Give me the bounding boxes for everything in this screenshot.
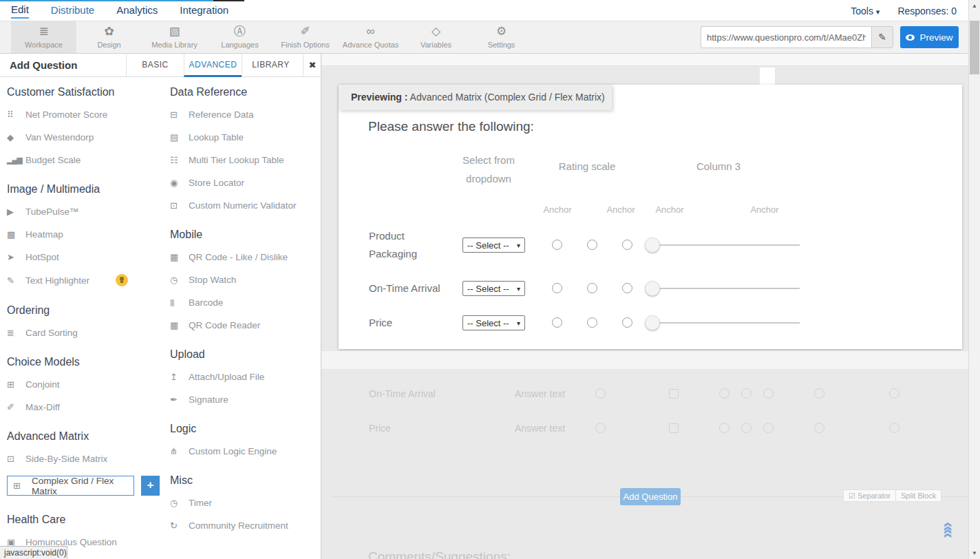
cursor-icon: ➤ [7,252,25,262]
tab-library[interactable]: LIBRARY [242,54,299,77]
item-stop-watch[interactable]: ◷ Stop Watch [170,274,318,285]
tab-basic[interactable]: BASIC [126,54,184,77]
barcode-icon: ||| [170,297,189,308]
nav-analytics[interactable]: Analytics [116,4,158,18]
toolbar-design[interactable]: ✿ Design [76,21,142,53]
radio-button[interactable] [587,317,597,328]
radio-button[interactable] [622,317,632,328]
preview-button[interactable]: Preview [900,26,959,48]
cards-icon: ⊞ [7,379,25,390]
matrix-icon: ⊡ [7,454,25,464]
slider-track[interactable] [652,244,800,246]
item-reference-data[interactable]: ⊟ Reference Data [170,109,318,120]
toolbar-languages[interactable]: Ⓐ Languages [207,21,273,53]
radio-button [719,388,729,399]
item-hotspot[interactable]: ➤ HotSpot [7,251,167,262]
slider-track[interactable] [652,322,800,324]
item-heatmap[interactable]: ▩ Heatmap [7,229,167,240]
radio-button [814,423,824,433]
item-attach-upload-file[interactable]: ↥ Attach/Upload File [170,371,318,382]
item-card-sorting[interactable]: ≣ Card Sorting [7,327,167,338]
tab-advanced[interactable]: ADVANCED [184,54,242,77]
dropdown-product-packaging[interactable]: -- Select --▾ [462,238,525,253]
toolbar-workspace[interactable]: ≣ Workspace [11,21,76,53]
item-qr-code-like-dislike[interactable]: ▦ QR Code - Like / Dislike [170,251,318,262]
anchor-label: Anchor [537,204,578,215]
radio-button[interactable] [552,317,562,328]
toolbar-media-library[interactable]: ▧ Media Library [142,21,207,53]
item-community-recruitment[interactable]: ↻ Community Recruitment [170,520,318,531]
item-text-highlighter[interactable]: ✎ Text Highlighter [7,274,167,286]
nav-distribute[interactable]: Distribute [51,4,94,18]
item-timer[interactable]: ◷ Timer [170,497,318,508]
checked-checkbox-icon: ☑ [849,492,855,500]
slider-handle[interactable] [645,315,660,330]
toolbar-finish-options[interactable]: ✐ Finish Options [273,21,338,53]
item-complex-grid-flex-matrix[interactable]: ⊞ Complex Grid / Flex Matrix [7,476,134,496]
item-custom-logic-engine[interactable]: ⋔ Custom Logic Engine [170,445,318,456]
survey-url-input[interactable] [701,26,871,48]
dropdown-on-time-arrival[interactable]: -- Select --▾ [462,281,525,296]
toolbar-advance-quotas[interactable]: ∞ Advance Quotas [338,21,403,53]
nav-edit[interactable]: Edit [11,3,29,19]
add-complex-grid-button[interactable]: + [141,476,160,496]
item-barcode[interactable]: ||| Barcode [170,297,318,308]
radio-button[interactable] [587,240,597,250]
separator-button[interactable]: ☑ Separator [843,489,896,502]
item-tubepulse[interactable]: ▶ TubePulse™ [7,206,167,217]
item-store-locator[interactable]: ◉ Store Locator [170,177,318,188]
item-multi-tier-lookup-table[interactable]: ☷ Multi Tier Lookup Table [170,154,318,165]
editor-canvas: Previewing : Advanced Matrix (Complex Gr… [321,54,980,559]
section-misc: Misc [170,474,318,487]
item-van-westendorp[interactable]: ◆ Van Westendorp [7,131,167,143]
item-custom-numeric-validator[interactable]: ⊡ Custom Numeric Validator [170,200,318,211]
heatmap-icon: ▩ [7,229,25,240]
radio-button[interactable] [552,240,562,250]
timer-icon: ◷ [170,498,189,508]
scroll-to-top-button[interactable]: « « [943,522,963,545]
radio-button [719,423,729,433]
new-feature-badge [116,274,128,286]
radio-button[interactable] [622,240,632,250]
item-max-diff[interactable]: ✐ Max-Diff [7,401,167,412]
item-qr-code-reader[interactable]: ▦ QR Code Reader [170,319,318,330]
item-conjoint[interactable]: ⊞ Conjoint [7,379,167,390]
add-question-button[interactable]: Add Question [620,488,681,505]
slider-handle[interactable] [645,238,660,253]
nav-integration[interactable]: Integration [180,4,228,18]
upload-icon: ↥ [170,372,189,382]
item-budget-scale[interactable]: ▂▄▆ Budget Scale [7,154,167,165]
split-block-button[interactable]: Split Block [895,489,941,502]
item-net-promoter-score[interactable]: ⠿ Net Promoter Score [7,109,167,120]
scrollbar-up-arrow-icon[interactable]: ▲ [969,3,980,9]
close-panel-button[interactable]: ✖ [303,54,321,77]
radio-button[interactable] [622,283,632,293]
radio-button [763,388,774,399]
dropdown-price[interactable]: -- Select --▾ [462,315,525,330]
pencil-icon: ✎ [878,32,886,43]
scrollbar-thumb[interactable] [970,21,979,74]
radio-button[interactable] [552,283,562,293]
slider-track[interactable] [652,288,800,289]
item-side-by-side-matrix[interactable]: ⊡ Side-By-Side Matrix [7,453,167,464]
table-icon: ▤ [170,132,189,143]
section-advanced-matrix: Advanced Matrix [7,430,167,443]
image-icon: ▧ [169,25,180,39]
highlighter-icon: ✎ [7,275,25,286]
item-signature[interactable]: ✒ Signature [170,394,318,405]
anchor-label: Anchor [744,204,785,215]
section-logic: Logic [170,423,318,435]
edit-url-button[interactable]: ✎ [871,26,893,48]
toolbar-variables[interactable]: ◇ Variables [403,21,469,53]
radio-button[interactable] [587,283,597,293]
tools-menu[interactable]: Tools ▾ [851,6,880,17]
dim-row-label: On-Time Arrival [369,388,436,399]
section-customer-satisfaction: Customer Satisfaction [7,86,167,98]
scrollbar-down-arrow-icon[interactable]: ▼ [969,550,980,556]
scrollbar[interactable]: ▲ ▼ [968,0,980,559]
item-lookup-table[interactable]: ▤ Lookup Table [170,131,318,143]
slider-handle[interactable] [645,281,660,296]
responses-count[interactable]: Responses: 0 [897,6,957,17]
toolbar-settings[interactable]: ⚙ Settings [469,21,534,53]
price-tag-icon: ◆ [7,132,25,143]
